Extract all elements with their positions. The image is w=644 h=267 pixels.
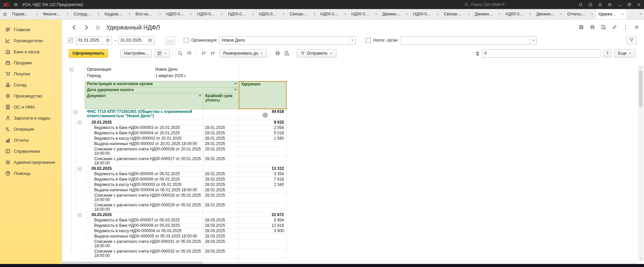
filter-button[interactable] [627, 36, 637, 45]
tab-close-icon[interactable] [97, 12, 100, 16]
cell-deadline[interactable]: 28.01.2025 [203, 141, 239, 146]
tab-close-icon[interactable] [159, 12, 162, 16]
cell-withheld[interactable] [239, 147, 287, 156]
sum-field[interactable]: 0 [482, 49, 600, 58]
cell-deadline[interactable]: 28.02.2025 [203, 203, 239, 212]
tab-overflow-button[interactable] [638, 9, 642, 19]
tab-close-icon[interactable] [220, 12, 224, 16]
home-tab[interactable] [0, 9, 10, 19]
cell-document[interactable]: Списание с расчетного счета НД00-000029 … [85, 203, 203, 212]
cell-document[interactable]: 20.01.2025 [85, 120, 203, 125]
functions-menu-icon[interactable] [607, 2, 612, 7]
link-icon[interactable] [612, 24, 617, 30]
tab-18[interactable]: Движен… [534, 9, 565, 19]
cell-document[interactable]: 05.02.2025 [85, 166, 203, 171]
cell-deadline[interactable]: 28.03.2025 [203, 234, 239, 239]
org-combo[interactable]: Новое Дело [220, 36, 356, 45]
vertical-scroll-thumb[interactable] [639, 71, 643, 107]
cell-deadline[interactable]: 28.02.2025 [203, 172, 239, 177]
header-document[interactable]: Документ [85, 93, 203, 109]
cell-deadline[interactable]: 28.03.2025 [203, 249, 239, 258]
cell-document[interactable]: Ведомость в банк НД00-000005 от 05.02.20… [85, 172, 203, 177]
tab-close-icon[interactable] [374, 12, 378, 16]
find-button[interactable] [176, 49, 185, 58]
cell-document[interactable]: Ведомость в банк НД00-000004 от 20.01.20… [85, 131, 203, 136]
expand-to-button[interactable]: Разворачивать до [220, 49, 267, 58]
cell-withheld[interactable]: 12 818 [239, 223, 287, 228]
table-row[interactable]: Ведомость в банк НД00-000004 от 20.01.20… [85, 131, 287, 136]
cell-deadline[interactable] [203, 166, 239, 171]
cell-document[interactable]: ФНС 7715 КПП 771501001 (Общество с огран… [85, 109, 203, 120]
sidebar-item-barchart[interactable]: Отчеты [0, 135, 62, 146]
cell-withheld[interactable] [239, 193, 287, 202]
tab-close-icon[interactable] [467, 12, 470, 16]
collapse-group-button[interactable] [69, 68, 73, 71]
cell-document[interactable]: Выдача наличных НД00-000003 от 20.01.202… [85, 141, 203, 146]
cell-document[interactable]: Ведомость в банк НД00-000008 от 05.03.20… [85, 223, 203, 228]
tab-close-icon[interactable] [251, 12, 254, 16]
tab-close-icon[interactable] [282, 12, 285, 16]
tab-2[interactable]: Физиче… [41, 9, 72, 19]
tab-close-icon[interactable] [529, 12, 532, 16]
sidebar-item-warehouse[interactable]: Склад [0, 79, 62, 90]
print-icon[interactable] [590, 24, 595, 30]
minimize-icon[interactable] [617, 2, 622, 7]
cell-withheld[interactable] [239, 141, 287, 146]
cell-document[interactable]: Ведомость в банк НД00-000007 от 05.03.20… [85, 218, 203, 223]
cell-document[interactable]: Списание с расчетного счета НД00-000032 … [85, 249, 203, 258]
sort-icon[interactable] [198, 94, 202, 98]
send-button[interactable]: Отправить [297, 49, 337, 58]
tab-close-icon[interactable] [405, 12, 409, 16]
header-deadline[interactable]: Крайний срок уплаты [203, 93, 239, 109]
table-row[interactable]: ФНС 7715 КПП 771501001 (Общество с огран… [85, 109, 287, 120]
table-row[interactable]: 05.03.202522 672 [85, 212, 287, 218]
global-search[interactable]: Поиск Ctrl+Shift+F [464, 2, 505, 7]
header-date-withheld[interactable]: Дата удержания налога [85, 87, 239, 93]
sidebar-item-person[interactable]: Зарплата и кадры [0, 113, 62, 124]
table-row[interactable]: Списание с расчетного счета НД00-000027 … [85, 156, 287, 166]
cell-document[interactable]: Ведомость в банк НД00-000003 от 20.01.20… [85, 125, 203, 130]
tab-5[interactable]: Все на… [133, 9, 164, 19]
horizontal-scroll-thumb[interactable] [62, 262, 203, 264]
cell-withheld[interactable] [239, 234, 287, 239]
tab-11[interactable]: НД00-0… [318, 9, 349, 19]
favorites-icon[interactable] [598, 2, 602, 7]
taxorg-checkbox[interactable] [366, 38, 371, 43]
dropdown-icon[interactable] [531, 38, 535, 42]
cell-document[interactable]: 05.03.2025 [85, 212, 203, 217]
collapse-group-button[interactable] [78, 213, 81, 217]
cell-document[interactable]: Ведомость в банк НД00-000006 от 05.02.20… [85, 177, 203, 182]
sidebar-item-cart[interactable]: Покупки [0, 68, 62, 79]
cell-withheld[interactable]: 8 632 [239, 120, 287, 125]
cell-withheld[interactable] [239, 239, 287, 249]
settings-button[interactable]: Настройки... [120, 49, 152, 58]
cell-withheld[interactable]: 2 340 [239, 182, 287, 187]
scroll-up-icon[interactable] [640, 66, 642, 69]
cell-withheld[interactable] [239, 156, 287, 166]
tab-close-icon[interactable] [189, 12, 193, 16]
tab-4[interactable]: Кадров… [103, 9, 133, 19]
preview-icon[interactable] [601, 24, 606, 30]
sort-icon[interactable] [234, 82, 238, 86]
period-options-button[interactable]: ... [166, 36, 175, 45]
table-row[interactable]: 05.02.202513 312 [85, 166, 287, 172]
history-icon[interactable] [588, 2, 593, 7]
close-icon[interactable] [637, 2, 641, 7]
period-checkbox[interactable] [68, 38, 73, 43]
sidebar-item-listlines[interactable]: Главное [0, 24, 62, 35]
forward-button[interactable] [82, 23, 91, 31]
help-button[interactable]: ? [603, 49, 611, 58]
generate-button[interactable]: Сформировать [69, 49, 108, 58]
tab-8[interactable]: НД00-0… [226, 9, 257, 19]
cell-withheld[interactable]: 1 560 [239, 136, 287, 141]
cell-deadline[interactable] [203, 109, 239, 120]
calendar-icon[interactable] [106, 38, 110, 43]
tab-16[interactable]: Движен… [473, 9, 504, 19]
save-icon[interactable] [579, 24, 584, 30]
cell-deadline[interactable] [203, 212, 239, 217]
tab-close-icon[interactable] [344, 12, 347, 16]
cell-document[interactable]: Ведомость в кассу НД00-000003 от 05.02.2… [85, 182, 203, 187]
report-info-row-2[interactable]: Период1 квартал 2025 г. [85, 73, 287, 79]
service-menu-icon[interactable] [13, 2, 18, 7]
table-row[interactable]: Ведомость в кассу НД00-000003 от 05.02.2… [85, 182, 287, 188]
